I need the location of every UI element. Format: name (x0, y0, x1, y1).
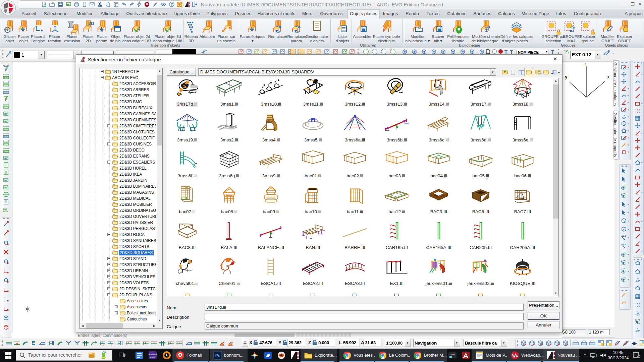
svg-text:m²: m² (4, 179, 8, 182)
svg-text:1: 1 (638, 356, 639, 358)
svg-text:2D: 2D (88, 21, 94, 26)
svg-text:x: x (607, 74, 609, 79)
svg-text:m²: m² (4, 157, 8, 160)
svg-text:y: y (565, 74, 568, 79)
svg-text:AAA: AAA (621, 235, 626, 237)
svg-text:Ps: Ps (215, 353, 220, 358)
svg-text:music: music (150, 356, 156, 358)
svg-text:GoPro: GoPro (450, 354, 455, 356)
svg-text:amazon: amazon (149, 353, 157, 355)
svg-text:o: o (103, 344, 104, 346)
svg-text:z: z (584, 61, 587, 66)
svg-text:AAA: AAA (621, 243, 626, 246)
svg-text:o: o (111, 344, 112, 346)
svg-text:2: 2 (168, 26, 171, 31)
svg-text:www: www (3, 210, 8, 212)
svg-text:m²: m² (4, 112, 8, 115)
svg-text:?: ? (5, 97, 8, 101)
svg-text:m²: m² (4, 186, 8, 189)
svg-text:m²: m² (4, 120, 8, 123)
svg-text:?: ? (5, 67, 8, 71)
svg-text:2: 2 (138, 26, 140, 31)
svg-text:?: ? (171, 2, 173, 6)
